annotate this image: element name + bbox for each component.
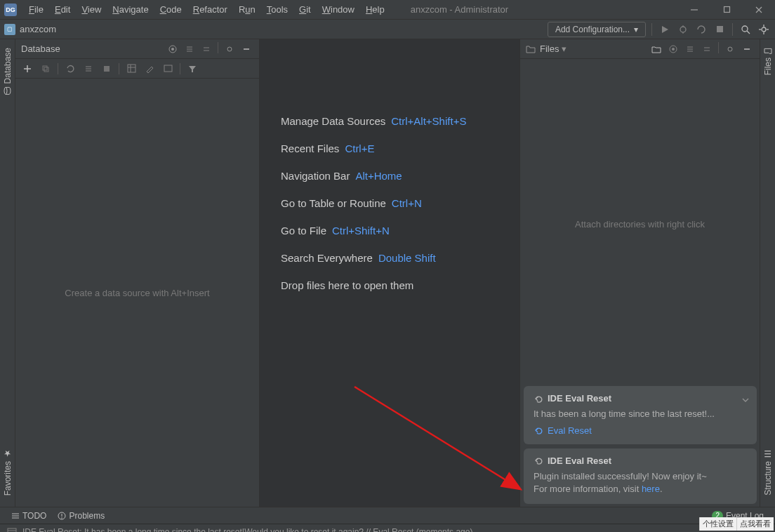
- files-expand-button[interactable]: [683, 42, 697, 56]
- notif-body: It has been a long time since the last r…: [534, 408, 747, 420]
- files-settings-button[interactable]: [723, 42, 737, 56]
- chevron-down-icon: ▾: [634, 25, 638, 34]
- menu-window[interactable]: Window: [317, 1, 359, 18]
- svg-rect-34: [164, 65, 172, 72]
- db-add-button[interactable]: [20, 61, 35, 77]
- right-rail-files[interactable]: Files: [762, 44, 774, 79]
- notif-action-link[interactable]: Eval Reset: [548, 425, 592, 436]
- notification: IDE Eval Reset It has been a long time s…: [524, 386, 757, 444]
- db-target-button[interactable]: [166, 42, 180, 56]
- ext-link-b[interactable]: 点我看看: [736, 517, 774, 531]
- db-refresh-button[interactable]: [62, 61, 78, 77]
- database-icon: [4, 86, 12, 95]
- editor-placeholder[interactable]: Manage Data SourcesCtrl+Alt+Shift+S Rece…: [260, 39, 519, 507]
- menu-run[interactable]: Run: [234, 1, 260, 18]
- run-button[interactable]: [658, 22, 672, 36]
- stop-button[interactable]: [713, 22, 727, 36]
- db-hide-button[interactable]: [239, 42, 253, 56]
- pencil-icon: [145, 65, 154, 73]
- db-sync-button[interactable]: [81, 61, 96, 77]
- problems-tab[interactable]: Problems: [52, 511, 110, 521]
- files-target-button[interactable]: [666, 42, 680, 56]
- db-toolbar: [15, 59, 259, 79]
- undo-icon: [534, 394, 543, 404]
- filter-icon: [188, 65, 197, 73]
- tip-shortcut: Ctrl+Shift+N: [332, 225, 390, 237]
- db-panel-title: Database: [21, 44, 60, 54]
- menu-edit[interactable]: Edit: [50, 1, 75, 18]
- db-settings-button[interactable]: [223, 42, 237, 56]
- files-open-button[interactable]: [649, 42, 663, 56]
- title-bar: DG File Edit View Navigate Code Refactor…: [0, 0, 775, 20]
- refresh-icon: [66, 64, 75, 73]
- tip-label: Go to File: [281, 225, 326, 237]
- menu-view[interactable]: View: [77, 1, 106, 18]
- left-tool-rail: Database Favorites ★: [0, 39, 15, 507]
- ext-link-a[interactable]: 个性设置: [699, 517, 736, 531]
- add-configuration-button[interactable]: Add Configuration... ▾: [548, 22, 646, 37]
- menu-git[interactable]: Git: [294, 1, 316, 18]
- menu-help[interactable]: Help: [361, 1, 390, 18]
- structure-icon: ☰: [763, 448, 773, 458]
- svg-point-9: [742, 26, 748, 32]
- notif-link[interactable]: here: [642, 484, 660, 494]
- db-table-button[interactable]: [124, 61, 139, 77]
- right-rail-structure[interactable]: Structure ☰: [762, 444, 774, 500]
- minimize-button[interactable]: [678, 0, 710, 20]
- left-rail-database[interactable]: Database: [1, 44, 14, 99]
- tip-shortcut: Ctrl+E: [345, 142, 374, 154]
- notif-title: IDE Eval Reset: [548, 455, 611, 466]
- db-panel-placeholder: Create a data source with Alt+Insert: [15, 79, 259, 507]
- app-icon: DG: [4, 4, 17, 16]
- files-panel: Files ▾ Attach directories with right cl…: [519, 39, 760, 507]
- project-toolbar: ▢ anxzcom Add Configuration... ▾: [0, 20, 775, 39]
- db-stop-button[interactable]: [99, 61, 114, 77]
- db-expand-button[interactable]: [183, 42, 197, 56]
- files-collapse-button[interactable]: [700, 42, 714, 56]
- db-collapse-button[interactable]: [199, 42, 213, 56]
- files-hide-button[interactable]: [740, 42, 754, 56]
- chevron-down-icon[interactable]: ▾: [562, 44, 567, 54]
- minimize-icon: [743, 45, 751, 53]
- close-button[interactable]: [743, 0, 775, 20]
- svg-point-18: [171, 48, 174, 51]
- expand-icon: [686, 45, 694, 53]
- svg-marker-4: [662, 26, 668, 33]
- notif-collapse-button[interactable]: [741, 396, 750, 404]
- notif-body-line1: Plugin installed successfully! Now enjoy…: [534, 470, 747, 483]
- svg-point-24: [227, 47, 232, 51]
- menu-code[interactable]: Code: [155, 1, 187, 18]
- debug-button[interactable]: [676, 22, 690, 36]
- db-console-button[interactable]: [160, 61, 175, 77]
- maximize-button[interactable]: [710, 0, 743, 20]
- db-filter-button[interactable]: [185, 61, 200, 77]
- folder-icon: [526, 45, 536, 53]
- bug-icon: [678, 25, 688, 34]
- undo-icon: [534, 455, 543, 465]
- svg-rect-8: [717, 26, 723, 32]
- menu-file[interactable]: File: [24, 1, 48, 18]
- todo-tab[interactable]: TODO: [6, 511, 52, 521]
- menu-refactor[interactable]: Refactor: [188, 1, 232, 18]
- maximize-icon: [723, 6, 731, 13]
- left-rail-favorites[interactable]: Favorites ★: [1, 444, 14, 500]
- menu-navigate[interactable]: Navigate: [107, 1, 153, 18]
- search-button[interactable]: [738, 22, 753, 36]
- status-message: IDE Eval Reset: It has been a long time …: [22, 527, 472, 533]
- svg-point-11: [762, 27, 766, 32]
- search-icon: [741, 25, 750, 34]
- run-coverage-button[interactable]: [694, 22, 708, 36]
- db-edit-button[interactable]: [142, 61, 157, 77]
- tip-label: Recent Files: [281, 142, 339, 154]
- tip-shortcut: Ctrl+Alt+Shift+S: [391, 115, 466, 127]
- warning-icon: [58, 512, 66, 520]
- settings-button[interactable]: [757, 22, 771, 36]
- db-copy-button[interactable]: [38, 61, 53, 77]
- external-overlay: 个性设置 点我看看: [699, 517, 774, 531]
- menu-tools[interactable]: Tools: [262, 1, 293, 18]
- console-icon: [164, 64, 173, 73]
- folder-icon: [764, 48, 772, 55]
- status-window-icon[interactable]: [7, 528, 17, 533]
- target-icon: [668, 44, 678, 54]
- tip-shortcut: Ctrl+N: [392, 197, 422, 209]
